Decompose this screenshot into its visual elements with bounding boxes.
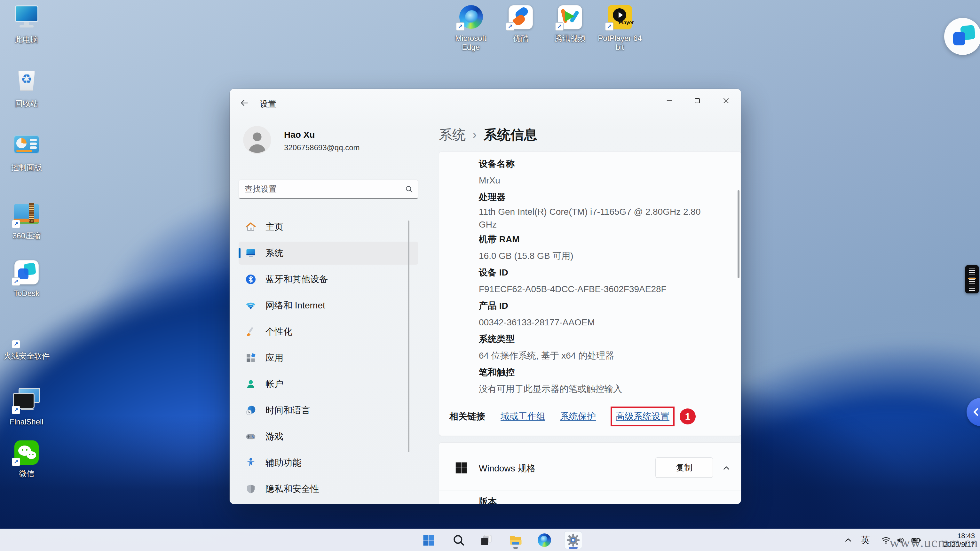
taskbar-clock[interactable]: 18:43 2025/9/17: [931, 532, 975, 549]
clock-date: 2025/9/17: [931, 540, 975, 549]
sidebar-item-network[interactable]: 网络和 Internet: [239, 294, 418, 317]
content-scrollbar[interactable]: [738, 190, 740, 278]
desktop-icon-recycle-bin[interactable]: 回收站: [3, 68, 51, 108]
related-links: 域或工作组系统保护高级系统设置: [501, 407, 678, 426]
sidebar-item-home[interactable]: 主页: [239, 215, 418, 238]
desktop-icon-label: 控制面板: [11, 163, 42, 172]
tray-ime[interactable]: 英: [859, 531, 873, 549]
desktop-icon-potplayer[interactable]: PlayerPotPlayer 64 bit: [596, 3, 644, 52]
desktop-icon-tencent-video[interactable]: 腾讯视频: [546, 3, 594, 43]
volume-osd-slider[interactable]: [965, 265, 979, 294]
back-button[interactable]: [237, 96, 251, 110]
avatar[interactable]: [243, 126, 271, 154]
desktop: 此电脑回收站控制面板360压缩ToDesk火绒安全软件FinalShell微信 …: [0, 0, 980, 551]
shortcut-arrow-icon: [12, 406, 20, 414]
sidebar-item-apps[interactable]: 应用: [239, 346, 418, 370]
search-icon: [405, 185, 414, 194]
maximize-button[interactable]: [687, 92, 708, 109]
tray-battery[interactable]: [909, 531, 923, 549]
desktop-icon-zip-360[interactable]: 360压缩: [3, 201, 51, 240]
sidebar-item-accounts[interactable]: 帐户: [239, 373, 418, 396]
desktop-icon-label: 360压缩: [13, 232, 41, 240]
sidebar-item-label: 系统: [266, 247, 283, 259]
spec-row-label: 笔和触控: [479, 364, 728, 381]
desktop-icon-label: PotPlayer 64 bit: [596, 34, 644, 52]
control-panel-icon: [11, 132, 42, 160]
desktop-icon-label: 火绒安全软件: [3, 352, 49, 360]
sidebar-nav: 主页系统蓝牙和其他设备网络和 Internet个性化应用帐户时间和语言游戏辅助功…: [239, 215, 418, 504]
todesk-floating-ball[interactable]: [944, 18, 980, 55]
wechat-icon: [11, 438, 42, 467]
related-link[interactable]: 高级系统设置: [616, 411, 670, 421]
tray-volume[interactable]: [894, 531, 908, 549]
spec-row: 产品 ID00342-36133-28177-AAOEM: [479, 297, 728, 331]
network-icon: [245, 300, 256, 311]
sidebar-item-label: 主页: [266, 221, 283, 233]
spec-row-value: 11th Gen Intel(R) Core(TM) i7-1165G7 @ 2…: [479, 205, 706, 231]
sidebar-item-label: 隐私和安全性: [266, 483, 319, 495]
desktop-icon-finalshell[interactable]: FinalShell: [3, 387, 51, 426]
divider: [439, 491, 741, 491]
desktop-icon-huorong-security[interactable]: 火绒安全软件: [3, 321, 51, 360]
shortcut-arrow-icon: [555, 22, 563, 31]
spec-row-label: 设备名称: [479, 156, 728, 172]
spec-row-label: 机带 RAM: [479, 231, 728, 248]
breadcrumb-separator-icon: ›: [473, 128, 477, 141]
desktop-icon-edge[interactable]: Microsoft Edge: [447, 3, 495, 52]
taskbar-button-settings[interactable]: [564, 531, 582, 549]
shortcut-arrow-icon: [12, 278, 20, 286]
sidebar-item-personalization[interactable]: 个性化: [239, 320, 418, 343]
time-language-icon: [245, 405, 256, 416]
windows-logo-icon: [454, 460, 469, 475]
copy-button[interactable]: 复制: [655, 457, 713, 478]
tray-chevron-up[interactable]: [841, 531, 855, 549]
desktop-icon-label: FinalShell: [10, 418, 43, 426]
sidebar-item-privacy-security[interactable]: 隐私和安全性: [239, 478, 418, 500]
edge-icon: [455, 3, 486, 31]
collapse-button[interactable]: [718, 460, 735, 476]
spec-row-label: 处理器: [479, 189, 728, 205]
taskbar-button-edge[interactable]: [535, 531, 553, 549]
taskbar-button-start[interactable]: [420, 531, 438, 549]
taskbar-button-search[interactable]: [450, 531, 468, 549]
shortcut-arrow-icon: [506, 22, 514, 31]
personalization-icon: [245, 326, 256, 338]
user-name: Hao Xu: [284, 130, 315, 140]
related-link[interactable]: 系统保护: [560, 410, 596, 422]
sidebar-item-system[interactable]: 系统: [239, 241, 418, 265]
spec-row-value: MrXu: [479, 172, 706, 189]
close-button[interactable]: [716, 92, 737, 109]
desktop-icon-label: 此电脑: [15, 35, 38, 44]
sidebar-item-gaming[interactable]: 游戏: [239, 425, 418, 448]
sidebar-item-label: 辅助功能: [266, 457, 301, 469]
minimize-button[interactable]: [659, 92, 680, 109]
search-input[interactable]: [244, 181, 401, 197]
spec-row-value: 16.0 GB (15.8 GB 可用): [479, 248, 706, 264]
taskbar-button-task-view[interactable]: [477, 531, 495, 549]
desktop-icon-youku[interactable]: 优酷: [497, 3, 545, 43]
huorong-security-icon: [11, 321, 42, 349]
desktop-icon-label: 优酷: [513, 34, 528, 43]
desktop-icon-this-pc[interactable]: 此电脑: [3, 5, 51, 44]
sidebar-item-accessibility[interactable]: 辅助功能: [239, 451, 418, 474]
search-box[interactable]: [239, 179, 418, 199]
breadcrumb-parent[interactable]: 系统: [439, 126, 466, 144]
sidebar-item-time-language[interactable]: 时间和语言: [239, 399, 418, 422]
spec-row-value: 00342-36133-28177-AAOEM: [479, 314, 706, 331]
desktop-icon-wechat[interactable]: 微信: [3, 438, 51, 478]
ime-label: 英: [861, 534, 870, 546]
search-icon: [452, 533, 466, 547]
clock-time: 18:43: [931, 532, 975, 540]
desktop-icon-control-panel[interactable]: 控制面板: [3, 132, 51, 172]
desktop-icon-todesk[interactable]: ToDesk: [3, 258, 51, 298]
potplayer-icon: Player: [605, 3, 635, 31]
sidebar-scrollbar[interactable]: [408, 221, 409, 452]
zip-360-icon: [11, 201, 42, 229]
taskbar-button-file-explorer[interactable]: [507, 531, 525, 549]
related-link[interactable]: 域或工作组: [501, 410, 545, 422]
this-pc-icon: [11, 5, 42, 33]
finalshell-icon: [11, 387, 42, 415]
tray-wifi[interactable]: [879, 531, 893, 549]
sidebar-item-bluetooth[interactable]: 蓝牙和其他设备: [239, 268, 418, 291]
shortcut-arrow-icon: [12, 458, 20, 466]
